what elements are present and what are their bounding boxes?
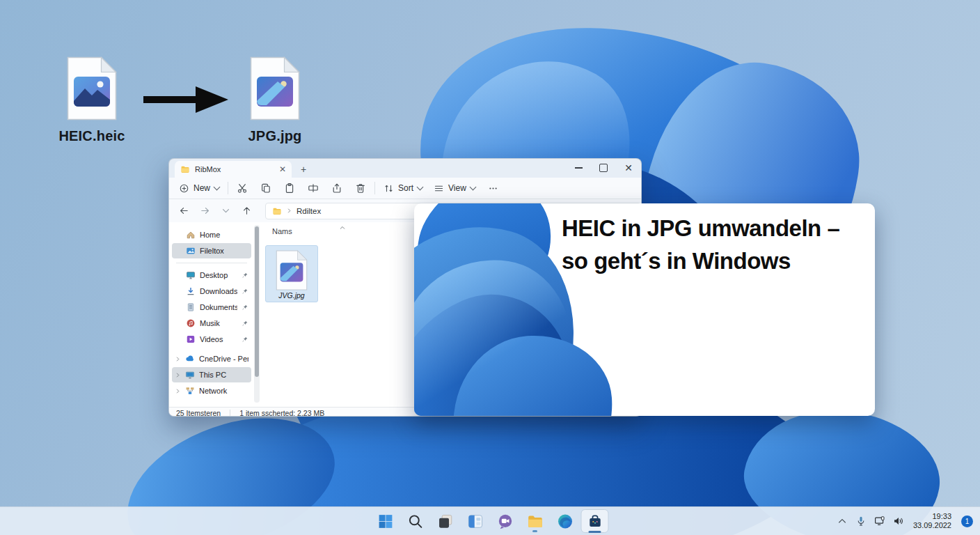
sidebar-item-dokuments[interactable]: Dokuments	[172, 300, 251, 315]
share-icon	[331, 183, 342, 194]
more-options-button[interactable]	[488, 183, 498, 194]
sidebar-item-label: Musik	[200, 319, 237, 327]
cut-button[interactable]	[237, 183, 248, 194]
sidebar-item-desktop[interactable]: Desktop	[172, 268, 251, 283]
home-icon	[186, 230, 196, 240]
file-name: JVG.jpg	[278, 291, 304, 300]
paste-button[interactable]	[284, 183, 295, 194]
pin-icon	[242, 336, 248, 343]
clock-date: 33.09.2022	[913, 521, 951, 530]
cloud-icon	[185, 354, 195, 364]
taskbar-search-button[interactable]	[402, 509, 429, 533]
taskbar-start-button[interactable]	[372, 509, 400, 533]
minimize-button[interactable]	[575, 167, 583, 168]
tray-display-button[interactable]	[874, 515, 885, 527]
sidebar-item-cnedrive-persenal[interactable]: CneDrive - Persenal	[172, 351, 251, 366]
chevron-down-icon	[214, 184, 221, 191]
view-button-label: View	[448, 183, 466, 193]
sidebar-item-label: Fileltox	[200, 247, 248, 255]
downloads-icon	[186, 286, 196, 296]
chevron-up-icon	[837, 515, 848, 527]
desktop-icon-label: HEIC.heic	[33, 128, 151, 144]
paste-icon	[284, 183, 295, 194]
notification-badge[interactable]: 1	[961, 515, 973, 527]
items-count: 25 Itemsteren	[176, 409, 221, 417]
windows-start-icon	[377, 513, 394, 530]
tab-close-icon[interactable]: ✕	[279, 165, 286, 173]
converter-icon	[586, 513, 603, 530]
jpg-file-icon	[275, 250, 308, 290]
forward-button[interactable]	[200, 206, 210, 216]
chevron-up-icon	[339, 224, 346, 231]
more-ellipsis-icon	[488, 183, 498, 194]
overlay-heading-line2: so geht´s in Windows	[562, 245, 839, 277]
taskbar-edge-button[interactable]	[551, 509, 579, 533]
new-button[interactable]: New	[179, 183, 219, 194]
file-tile-jvg[interactable]: JVG.jpg	[265, 245, 318, 302]
sidebar-item-label: Home	[200, 231, 248, 239]
toolbar-separator	[228, 182, 228, 194]
desktop-icon-heic[interactable]	[65, 56, 118, 121]
recent-button[interactable]	[221, 206, 231, 216]
sidebar-item-label: CneDrive - Persenal	[199, 355, 248, 363]
folder-large-icon	[526, 513, 544, 530]
sidebar-item-network[interactable]: Network	[172, 383, 251, 398]
sidebar-item-videos[interactable]: Videos	[172, 332, 251, 347]
taskbar-file-explorer-button[interactable]	[521, 509, 549, 533]
chevron-down-icon	[469, 184, 476, 191]
documents-icon	[186, 302, 196, 312]
sidebar-divider	[176, 263, 247, 263]
display-icon	[874, 515, 885, 527]
tray-chevron-up-button[interactable]	[837, 515, 848, 527]
taskbar-converter-app-button[interactable]	[581, 509, 609, 533]
maximize-button[interactable]	[599, 164, 608, 172]
tray-microphone-button[interactable]	[855, 515, 867, 527]
desktop-icon	[186, 270, 196, 280]
chat-icon	[496, 513, 514, 530]
column-header-name[interactable]: Nams	[265, 227, 370, 235]
sidebar-item-downloads[interactable]: Downloads	[172, 284, 251, 299]
sidebar-item-musik[interactable]: Musik	[172, 316, 251, 331]
taskbar-widgets-button[interactable]	[461, 509, 489, 533]
up-button[interactable]	[242, 206, 252, 216]
back-button[interactable]	[179, 206, 189, 216]
sidebar-item-label: Downloads	[200, 287, 237, 295]
clock-time: 19:33	[913, 512, 951, 521]
folder-icon	[180, 164, 190, 174]
taskbar: 19:33 33.09.2022 1	[0, 506, 980, 535]
breadcrumb-path[interactable]: Rdiltex	[297, 207, 321, 215]
recent-icon	[221, 206, 231, 216]
up-icon	[242, 206, 252, 216]
pc-icon	[185, 370, 195, 380]
folder-icon	[272, 206, 282, 216]
sort-button[interactable]: Sort	[384, 183, 422, 194]
cut-icon	[237, 183, 248, 194]
tab-strip: RibMox ✕ + ✕	[169, 159, 641, 178]
copy-button[interactable]	[260, 183, 271, 194]
heic-file-icon	[65, 56, 118, 121]
sort-icon	[384, 183, 394, 194]
overlay-heading: HEIC in JPG umwandeln – so geht´s in Win…	[562, 212, 839, 277]
taskbar-chat-button[interactable]	[491, 509, 519, 533]
desktop-icon-jpg[interactable]	[248, 56, 301, 121]
overlay-heading-line1: HEIC in JPG umwandeln –	[562, 212, 839, 245]
close-button[interactable]: ✕	[624, 163, 633, 173]
edge-icon	[556, 513, 574, 530]
taskbar-clock[interactable]: 19:33 33.09.2022	[913, 512, 951, 530]
view-button[interactable]: View	[434, 183, 475, 194]
sidebar-item-this-pc[interactable]: This PC	[172, 367, 251, 382]
explorer-tab[interactable]: RibMox ✕	[175, 161, 292, 178]
sidebar-item-fileltox[interactable]: Fileltox	[172, 243, 251, 258]
taskbar-task-view-button[interactable]	[432, 509, 459, 533]
share-button[interactable]	[331, 183, 342, 194]
new-tab-button[interactable]: +	[296, 162, 311, 177]
rename-button[interactable]	[308, 183, 319, 194]
toolbar-separator	[374, 182, 375, 194]
delete-button[interactable]	[355, 183, 366, 194]
sidebar-item-home[interactable]: Home	[172, 227, 251, 242]
sidebar-item-label: Desktop	[200, 271, 237, 279]
tray-speaker-button[interactable]	[893, 515, 904, 527]
microphone-icon	[855, 515, 867, 527]
forward-icon	[200, 206, 210, 216]
network-icon	[185, 386, 195, 396]
